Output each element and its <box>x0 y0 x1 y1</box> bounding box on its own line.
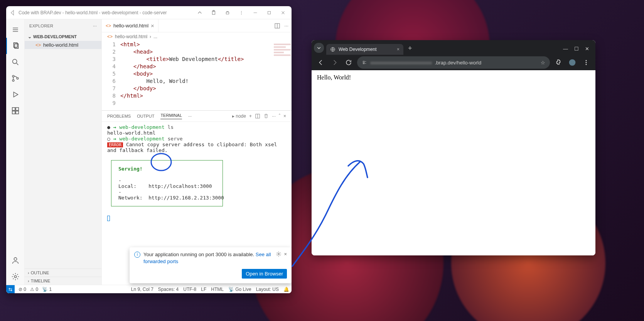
account-icon[interactable] <box>6 252 25 269</box>
add-terminal-icon[interactable]: + <box>249 113 252 119</box>
window-title: Code with BRAP.dev - hello-world.html - … <box>19 10 191 15</box>
status-warnings[interactable]: ⚠ 0 <box>30 287 38 292</box>
svg-rect-14 <box>12 111 15 114</box>
svg-rect-6 <box>13 43 17 47</box>
activity-bar <box>6 19 25 285</box>
bookmark-icon[interactable]: ☆ <box>541 60 545 66</box>
more-icon[interactable]: ··· <box>284 23 288 29</box>
svg-point-26 <box>586 62 587 63</box>
terminal-cursor <box>107 216 110 221</box>
forward-icon[interactable] <box>329 57 340 68</box>
more-icon[interactable]: ··· <box>93 24 97 28</box>
globe-icon <box>330 47 335 52</box>
address-bar[interactable]: xxxxxxxxxxxxxxxxxxxxxxxxxxxxx.brap.dev/h… <box>357 56 550 69</box>
vscode-window: Code with BRAP.dev - hello-world.html - … <box>6 6 292 293</box>
menu-icon[interactable] <box>6 22 25 38</box>
back-icon[interactable] <box>315 57 326 68</box>
status-ports[interactable]: 📡 1 <box>42 287 52 292</box>
open-in-browser-button[interactable]: Open in Browser <box>242 269 287 279</box>
editor-tabs: <> hello-world.html × ··· <box>102 19 292 32</box>
minimap[interactable] <box>274 42 291 66</box>
explorer-label: EXPLORER <box>29 24 53 28</box>
svg-point-8 <box>12 59 17 64</box>
reload-icon[interactable] <box>343 57 354 68</box>
html-file-icon: <> <box>107 34 113 39</box>
maximize-icon[interactable]: ☐ <box>574 46 579 52</box>
editor-tab[interactable]: <> hello-world.html × <box>102 19 158 32</box>
svg-point-10 <box>12 79 14 81</box>
split-icon[interactable] <box>274 23 280 29</box>
eol-status[interactable]: LF <box>201 287 206 292</box>
svg-point-2 <box>241 11 242 12</box>
shell-selector[interactable]: ▸ node <box>232 113 246 119</box>
cursor-position[interactable]: Ln 9, Col 7 <box>131 287 153 292</box>
extensions-icon[interactable] <box>553 57 564 68</box>
new-tab-icon[interactable]: + <box>406 44 415 55</box>
app-icon <box>9 10 15 16</box>
browser-tab[interactable]: Web Development × <box>326 44 403 55</box>
status-errors[interactable]: ⊘ 0 <box>19 287 26 292</box>
chrome-toolbar: xxxxxxxxxxxxxxxxxxxxxxxxxxxxx.brap.dev/h… <box>312 55 595 70</box>
svg-point-24 <box>569 59 576 66</box>
info-icon: i <box>134 252 140 258</box>
gear-icon[interactable] <box>6 269 25 285</box>
vscode-titlebar[interactable]: Code with BRAP.dev - hello-world.html - … <box>6 6 292 19</box>
chevron-up-icon[interactable]: ˆ <box>279 113 280 119</box>
clipboard-icon[interactable] <box>208 7 219 18</box>
close-tab-icon[interactable]: × <box>397 47 400 52</box>
chrome-window: Web Development × + — ☐ ✕ xxxxxxxxxxxxxx… <box>312 40 595 255</box>
trash-icon[interactable] <box>263 113 269 119</box>
more-icon[interactable] <box>236 7 247 18</box>
svg-rect-12 <box>12 108 15 110</box>
minimize-icon[interactable] <box>250 7 261 18</box>
tab-output[interactable]: OUTPUT <box>137 114 154 118</box>
profile-icon[interactable] <box>567 57 578 68</box>
svg-point-11 <box>17 78 19 79</box>
folder-header[interactable]: WEB-DEVELOPMENT <box>25 32 101 41</box>
minimize-icon[interactable]: — <box>563 46 568 52</box>
svg-rect-13 <box>15 108 18 110</box>
close-icon[interactable]: ✕ <box>585 46 589 52</box>
explorer-icon[interactable] <box>6 38 25 54</box>
indent-status[interactable]: Spaces: 4 <box>158 287 179 292</box>
golive-status[interactable]: 📡 Go Live <box>228 287 251 292</box>
language-status[interactable]: HTML <box>211 287 224 292</box>
tab-problems[interactable]: PROBLEMS <box>107 114 131 118</box>
git-icon[interactable] <box>6 70 25 86</box>
gear-icon[interactable] <box>276 251 282 257</box>
close-tab-icon[interactable]: × <box>151 23 154 29</box>
more-icon[interactable]: ··· <box>188 114 192 118</box>
timeline-section[interactable]: TIMELINE <box>25 277 101 285</box>
chevron-up-icon[interactable] <box>194 7 205 18</box>
tab-terminal[interactable]: TERMINAL <box>160 113 182 119</box>
svg-point-4 <box>241 14 242 14</box>
encoding-status[interactable]: UTF-8 <box>183 287 196 292</box>
debug-icon[interactable] <box>6 86 25 103</box>
close-icon[interactable]: × <box>284 251 287 257</box>
svg-rect-23 <box>363 63 365 64</box>
svg-rect-7 <box>15 44 18 49</box>
extensions-icon[interactable] <box>6 103 25 119</box>
layout-status[interactable]: Layout: US <box>256 287 279 292</box>
menu-icon[interactable] <box>581 57 592 68</box>
search-icon[interactable] <box>6 54 25 70</box>
url-visible: .brap.dev/hello-world <box>435 60 482 66</box>
bell-icon[interactable]: 🔔 <box>283 287 289 292</box>
more-icon[interactable]: ··· <box>272 113 276 119</box>
breadcrumb[interactable]: <> hello-world.html › ... <box>102 32 292 41</box>
tab-search-icon[interactable] <box>314 43 324 53</box>
line-gutter: 123456789 <box>102 41 120 110</box>
outline-section[interactable]: OUTLINE <box>25 269 101 277</box>
file-item[interactable]: <> hello-world.html <box>25 41 101 49</box>
site-info-icon[interactable] <box>362 60 367 65</box>
maximize-icon[interactable] <box>264 7 275 18</box>
extension-icon[interactable] <box>222 7 233 18</box>
html-file-icon: <> <box>35 42 41 48</box>
close-panel-icon[interactable]: × <box>283 113 286 119</box>
close-icon[interactable] <box>278 7 288 18</box>
svg-point-17 <box>14 275 17 278</box>
remote-indicator[interactable]: ⇆ <box>6 285 15 293</box>
url-obscured: xxxxxxxxxxxxxxxxxxxxxxxxxxxxx <box>370 60 432 66</box>
code-editor[interactable]: 123456789 <html> <head> <title>Web Devel… <box>102 41 292 110</box>
split-terminal-icon[interactable] <box>255 113 260 119</box>
